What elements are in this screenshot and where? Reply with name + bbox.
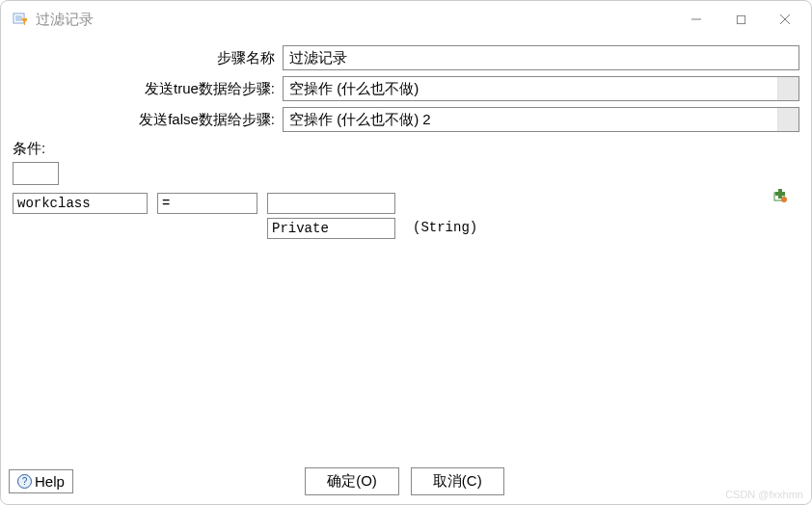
add-condition-icon[interactable] [772,188,788,206]
send-false-label: 发送false数据给步骤: [13,111,283,129]
send-false-select[interactable]: 空操作 (什么也不做) 2 [283,107,799,132]
condition-operator-input[interactable]: = [157,193,257,214]
help-icon: ? [17,474,32,489]
condition-value-bottom-input[interactable]: Private [267,218,395,239]
send-true-value: 空操作 (什么也不做) [284,77,777,100]
maximize-button[interactable] [718,4,763,35]
svg-rect-5 [737,15,744,23]
send-false-value: 空操作 (什么也不做) 2 [284,108,777,131]
condition-value-top-input[interactable] [267,193,395,214]
minimize-button[interactable] [674,4,718,35]
send-true-label: 发送true数据给步骤: [13,80,283,98]
dialog-window: 过滤记录 步骤名称 发送true数据给步骤: 空操作 (什么也不做) [0,0,812,505]
dialog-content: 步骤名称 发送true数据给步骤: 空操作 (什么也不做) 发送false数据给… [1,38,811,464]
titlebar: 过滤记录 [1,1,811,38]
cancel-button[interactable]: 取消(C) [411,467,504,495]
condition-field-input[interactable]: workclass [13,193,148,214]
condition-negate-input[interactable] [13,162,59,185]
window-title: 过滤记录 [36,11,94,29]
send-true-select[interactable]: 空操作 (什么也不做) [283,76,799,101]
svg-rect-10 [775,192,785,196]
filter-app-icon [13,12,28,27]
help-button[interactable]: ? Help [9,469,73,493]
dialog-footer: ? Help 确定(O) 取消(C) [1,464,811,504]
svg-point-11 [781,197,787,202]
close-button[interactable] [763,4,807,35]
ok-button[interactable]: 确定(O) [305,467,399,495]
condition-type-label: (String) [413,220,477,235]
condition-heading: 条件: [13,140,799,158]
chevron-down-icon [777,108,798,131]
step-name-label: 步骤名称 [13,49,283,67]
step-name-input[interactable] [283,45,799,70]
chevron-down-icon [777,77,798,100]
